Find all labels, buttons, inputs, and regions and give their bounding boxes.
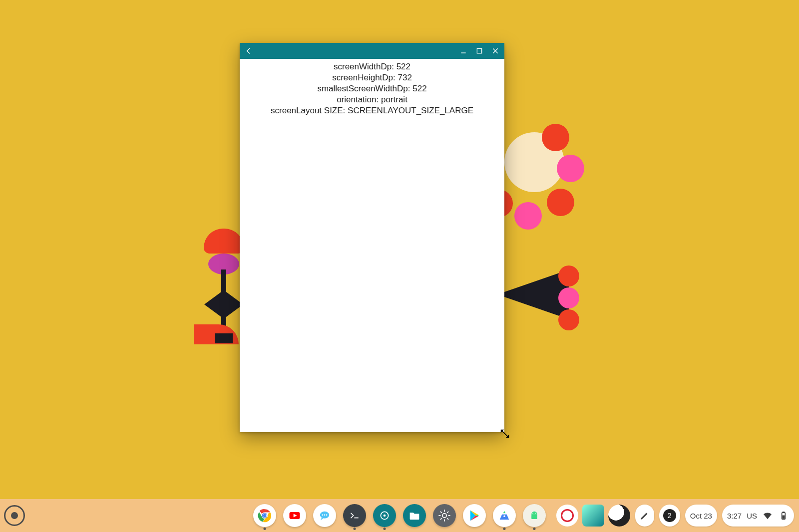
battery-icon	[778, 510, 789, 521]
resize-cursor-icon	[499, 428, 510, 439]
chrome-app-icon[interactable]	[253, 504, 276, 527]
svg-rect-0	[477, 48, 481, 53]
maximize-button[interactable]	[473, 45, 485, 57]
svg-line-21	[447, 518, 448, 520]
status-tray[interactable]: 3:27 US	[722, 505, 794, 527]
svg-line-22	[447, 512, 448, 513]
play-store-app-icon[interactable]	[463, 504, 486, 527]
svg-line-20	[440, 512, 442, 513]
svg-point-24	[503, 515, 505, 517]
youtube-app-icon[interactable]	[283, 504, 306, 527]
files-app-icon[interactable]	[403, 504, 426, 527]
terminal-app-icon[interactable]	[343, 504, 366, 527]
svg-point-6	[263, 514, 266, 517]
shelf-status-area: 2 Oct 23 3:27 US	[533, 505, 794, 527]
screen-record-icon[interactable]	[556, 505, 578, 527]
running-apps-tray	[556, 505, 630, 527]
metric-smallest-screen-width-dp: smallestScreenWidthDp: 522	[240, 84, 504, 94]
close-button[interactable]	[489, 45, 501, 57]
svg-rect-29	[783, 512, 784, 513]
minimize-button[interactable]	[457, 45, 469, 57]
back-button[interactable]	[243, 45, 255, 57]
metric-screen-width-dp: screenWidthDp: 522	[240, 62, 504, 72]
notifications-button[interactable]: 2	[659, 505, 680, 527]
android-app-window: screenWidthDp: 522 screenHeightDp: 732 s…	[240, 43, 504, 432]
svg-rect-30	[783, 516, 785, 519]
android-app-icon[interactable]	[523, 504, 546, 527]
svg-point-26	[535, 513, 536, 514]
svg-line-23	[440, 518, 442, 520]
running-window-thumbnail[interactable]	[608, 505, 630, 527]
metric-screen-height-dp: screenHeightDp: 732	[240, 73, 504, 83]
messages-app-icon[interactable]	[313, 504, 336, 527]
pen-icon	[639, 510, 650, 521]
running-window-thumbnail[interactable]	[582, 505, 604, 527]
svg-point-10	[324, 514, 326, 516]
chromeos-shelf: 2 Oct 23 3:27 US	[0, 499, 799, 532]
metric-orientation: orientation: portrait	[240, 95, 504, 105]
keyboard-layout-label: US	[747, 512, 757, 520]
calendar-tray[interactable]: Oct 23	[685, 505, 717, 527]
svg-rect-27	[531, 515, 537, 519]
settings-app-icon[interactable]	[433, 504, 456, 527]
wifi-icon	[762, 510, 773, 521]
svg-point-14	[384, 515, 386, 517]
svg-point-15	[442, 514, 446, 518]
shelf-apps	[253, 504, 546, 527]
date-label: Oct 23	[690, 512, 712, 520]
svg-point-25	[532, 513, 533, 514]
window-content: screenWidthDp: 522 screenHeightDp: 732 s…	[240, 59, 504, 432]
window-titlebar	[240, 43, 504, 59]
notification-count-badge: 2	[663, 509, 676, 522]
stylus-tools-button[interactable]	[635, 505, 654, 527]
launcher-button[interactable]	[4, 505, 25, 526]
android-studio-app-icon[interactable]	[493, 504, 516, 527]
teal-app-icon[interactable]	[373, 504, 396, 527]
svg-point-9	[322, 514, 324, 516]
svg-point-11	[326, 514, 328, 516]
metric-screen-layout-size: screenLayout SIZE: SCREENLAYOUT_SIZE_LAR…	[240, 106, 504, 116]
time-label: 3:27	[727, 512, 742, 520]
svg-line-1	[502, 431, 508, 437]
